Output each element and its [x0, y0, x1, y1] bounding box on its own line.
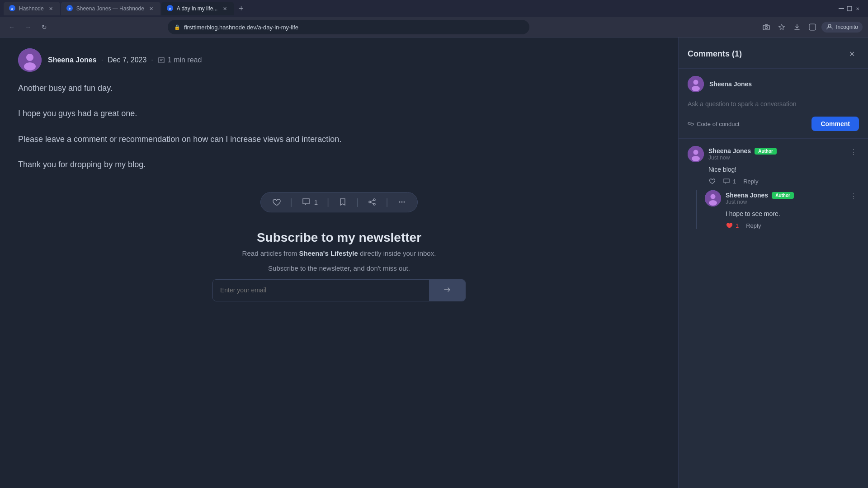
profile-icon[interactable]: [806, 21, 819, 33]
reload-button[interactable]: ↻: [38, 21, 51, 33]
meta-divider-2: ·: [151, 56, 153, 64]
browser-tab-3[interactable]: # A day in my life... ✕: [161, 2, 234, 15]
comment-1-replies-button[interactable]: 1: [723, 178, 736, 185]
comment-icon: [302, 197, 311, 206]
svg-point-20: [373, 203, 375, 205]
svg-point-19: [373, 199, 375, 201]
action-divider-2: |: [327, 197, 329, 207]
comments-title: Comments (1): [688, 49, 742, 59]
svg-point-15: [24, 62, 36, 70]
newsletter-subscribe-button[interactable]: [429, 280, 465, 301]
svg-point-9: [765, 27, 768, 29]
close-window-button[interactable]: ✕: [854, 5, 861, 12]
comment-1-more-button[interactable]: ⋮: [848, 146, 859, 158]
camera-icon[interactable]: [760, 21, 773, 33]
comment-1-reactions: 1 Reply: [688, 178, 859, 185]
svg-point-32: [692, 156, 700, 161]
comment-text-input[interactable]: Ask a question to spark a conversation: [688, 97, 859, 111]
svg-rect-11: [809, 24, 816, 30]
hashnode-favicon-2: #: [66, 5, 73, 13]
comment-1-like-button[interactable]: [708, 178, 716, 185]
reply-1-author-badge: Author: [772, 192, 794, 199]
address-text: firsttimerblog.hashnode.dev/a-day-in-my-…: [184, 24, 298, 31]
article-date: Dec 7, 2023: [108, 56, 146, 64]
comment-button[interactable]: 1: [302, 197, 318, 206]
svg-point-26: [403, 202, 405, 203]
comment-actions-row: Code of conduct Comment: [688, 117, 859, 131]
article-section: Sheena Jones · Dec 7, 2023 · 1 min read …: [0, 38, 678, 488]
article-paragraph-2: I hope you guys had a great one.: [18, 106, 660, 121]
reply-1-header: Sheena Jones Author Just now ⋮: [705, 190, 859, 206]
tab-1-label: Hashnode: [19, 5, 44, 12]
article-paragraph-1: Another busy and fun day.: [18, 81, 660, 95]
comment-1-header: Sheena Jones Author Just now ⋮: [688, 146, 859, 162]
article-read-time: 1 min read: [158, 56, 202, 64]
reply-1-more-button[interactable]: ⋮: [848, 190, 859, 202]
close-comments-button[interactable]: ✕: [844, 47, 859, 61]
download-icon[interactable]: [791, 21, 803, 33]
reply-icon: [723, 178, 730, 185]
svg-point-14: [26, 54, 33, 61]
tab-1-close[interactable]: ✕: [47, 5, 55, 12]
browser-tab-2[interactable]: # Sheena Jones — Hashnode ✕: [61, 2, 160, 15]
svg-text:#: #: [11, 7, 14, 11]
main-layout: Sheena Jones · Dec 7, 2023 · 1 min read …: [0, 38, 868, 488]
action-pill: | 1 | | |: [260, 192, 417, 212]
forward-button[interactable]: →: [22, 21, 34, 33]
reply-1-user-details: Sheena Jones Author Just now: [726, 192, 794, 205]
address-bar[interactable]: 🔒 firsttimerblog.hashnode.dev/a-day-in-m…: [168, 20, 529, 34]
browser-tab-1[interactable]: # Hashnode ✕: [4, 2, 60, 15]
comment-user-row: Sheena Jones: [688, 76, 859, 92]
heart-icon: [272, 197, 281, 206]
heart-filled-icon: [726, 222, 733, 229]
code-of-conduct-text: Code of conduct: [697, 121, 740, 127]
comment-input-username: Sheena Jones: [709, 80, 752, 88]
back-button[interactable]: ←: [5, 21, 18, 33]
comment-1-user-details: Sheena Jones Author Just now: [708, 147, 777, 161]
incognito-badge: Incognito: [821, 22, 863, 33]
comment-1-time: Just now: [708, 155, 777, 161]
newsletter-input-row: [212, 279, 466, 301]
comment-1-text: Nice blog!: [688, 166, 859, 173]
newsletter-blog-name: Sheena's Lifestyle: [299, 249, 358, 257]
newsletter-section: Subscribe to my newsletter Read articles…: [0, 221, 678, 310]
newsletter-description: Read articles from Sheena's Lifestyle di…: [18, 249, 660, 257]
article-author-name: Sheena Jones: [48, 56, 97, 64]
reply-item-1: Sheena Jones Author Just now ⋮ I hope to…: [705, 190, 859, 229]
svg-point-25: [401, 202, 402, 203]
incognito-label: Incognito: [836, 24, 858, 30]
maximize-button[interactable]: [846, 5, 853, 12]
newsletter-desc-post: directly inside your inbox.: [358, 249, 436, 257]
newsletter-desc-pre: Read articles from: [242, 249, 299, 257]
address-bar-row: ← → ↻ 🔒 firsttimerblog.hashnode.dev/a-da…: [0, 17, 868, 37]
reply-1-reply-button[interactable]: Reply: [746, 222, 761, 229]
like-button[interactable]: [272, 197, 281, 206]
reply-1-like-button[interactable]: 1: [726, 222, 739, 229]
comment-1-reply-button[interactable]: Reply: [743, 178, 758, 185]
bookmark-star-icon[interactable]: [775, 21, 788, 33]
tab-2-close[interactable]: ✕: [148, 5, 155, 12]
svg-rect-7: [847, 6, 852, 11]
newsletter-title: Subscribe to my newsletter: [18, 230, 660, 245]
book-icon: [158, 56, 165, 64]
share-icon: [368, 197, 377, 206]
comment-1-author-name: Sheena Jones: [708, 147, 751, 155]
comment-count: 1: [314, 198, 318, 206]
new-tab-button[interactable]: +: [235, 2, 247, 15]
bookmark-icon: [338, 197, 347, 206]
minimize-button[interactable]: [838, 5, 844, 12]
tab-3-close[interactable]: ✕: [221, 5, 228, 12]
window-controls: ✕: [838, 5, 864, 12]
submit-comment-button[interactable]: Comment: [811, 117, 859, 131]
svg-point-29: [692, 86, 700, 91]
comments-list: Sheena Jones Author Just now ⋮ Nice blog…: [679, 139, 868, 488]
code-of-conduct-link[interactable]: Code of conduct: [688, 121, 740, 127]
newsletter-email-input[interactable]: [213, 280, 429, 301]
bookmark-button[interactable]: [338, 197, 347, 206]
reply-thread-1: Sheena Jones Author Just now ⋮ I hope to…: [696, 190, 859, 229]
lock-icon: 🔒: [174, 24, 180, 30]
more-options-button[interactable]: [397, 197, 406, 206]
article-header: Sheena Jones · Dec 7, 2023 · 1 min read: [0, 38, 678, 81]
article-paragraph-4: Thank you for dropping by my blog.: [18, 157, 660, 172]
share-button[interactable]: [368, 197, 377, 206]
